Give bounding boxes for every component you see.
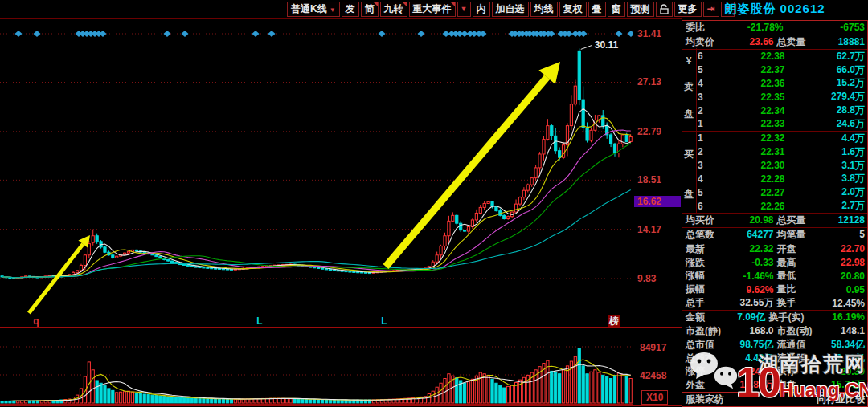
panel-row-均买价: 均买价20.98总买量12128 [682, 214, 867, 228]
toolbar-button-内[interactable]: 内 [473, 2, 490, 17]
volume-bar [329, 400, 331, 403]
candle-body [475, 213, 477, 219]
row-label-2: 换手(实) [769, 311, 805, 324]
toolbar-button-复权[interactable]: 复权 [559, 2, 587, 17]
event-diamond-icon[interactable] [268, 31, 276, 37]
volume-bar [167, 397, 170, 403]
candle-body [483, 203, 485, 207]
event-diamond-icon[interactable] [182, 31, 189, 37]
volume-bar [321, 400, 323, 403]
volume-bar [613, 376, 616, 403]
volume-bar [503, 388, 506, 403]
volume-bar [349, 400, 351, 403]
lock-open-icon[interactable] [656, 2, 673, 17]
row-label: 均卖价 [685, 35, 714, 49]
chart-marker-L[interactable]: L [381, 315, 387, 327]
highlighted-price-label: 16.62 [634, 196, 681, 207]
toolbar-button-普通K线[interactable]: 普通K线▼ [287, 2, 340, 17]
volume-bar [479, 372, 481, 403]
event-diamond-icon[interactable] [480, 31, 487, 37]
event-diamond-icon[interactable] [15, 31, 23, 37]
toolbar-button-发[interactable]: 发 [342, 2, 359, 17]
panel-row-总笔数: 总笔数64277均笔量5 [682, 228, 867, 242]
candle-body [321, 268, 323, 269]
event-diamond-icon[interactable] [566, 31, 573, 37]
candle-body [467, 226, 469, 231]
event-diamond-icon[interactable] [100, 31, 107, 37]
panel-row-涨停: 涨停24.92跌停20.39 [682, 364, 867, 378]
volume-bar [207, 399, 209, 403]
toolbar: 普通K线▼发简九转重大事件▼内加自选均线复权叠窗预测更多⇥▼ [0, 0, 682, 19]
toolbar-button-简[interactable]: 简 [361, 2, 379, 17]
candle-body [547, 126, 549, 140]
row-label: 1 [698, 118, 708, 129]
event-diamond-icon[interactable] [616, 31, 623, 37]
volume-bar [174, 397, 177, 403]
event-diamond-icon[interactable] [34, 31, 41, 37]
volume-bar [325, 400, 327, 403]
quote-row-3: 522.3766.0万 [682, 63, 867, 77]
volume-bar [182, 397, 185, 403]
volume-bar [317, 400, 320, 403]
row-value: 64277 [714, 229, 777, 240]
volume-bar [574, 356, 576, 403]
chevron-down-icon: ▼ [330, 6, 336, 14]
candle-body [167, 259, 170, 261]
event-diamond-icon[interactable] [379, 31, 386, 37]
candle-body [159, 257, 162, 258]
row-value-2: 148.1 [813, 325, 866, 336]
row-value: 23.66 [714, 36, 777, 47]
row-value-2: 2.61亿 [806, 352, 866, 365]
volume-bar [345, 400, 347, 403]
candle-body [460, 223, 462, 230]
volume-bar [285, 398, 288, 403]
event-diamond-icon[interactable] [580, 31, 588, 37]
toolbar-button-窗[interactable]: 窗 [608, 2, 625, 17]
row-value-2: 18881 [806, 36, 866, 47]
volume-bar [625, 376, 628, 403]
panel-row-服装家纺[interactable]: 服装家纺同行业比较 [682, 392, 867, 406]
quote-row-5: 322.35279.4万 [682, 90, 867, 104]
kline-chart[interactable]: 30.11qLL榜 [0, 20, 633, 328]
row-label: 振幅 [685, 283, 705, 296]
candle-body [194, 267, 197, 267]
volume-bar [617, 372, 620, 403]
row-value: 22.28 [708, 173, 788, 185]
row-label-2: 跌停 [777, 364, 796, 378]
chart-marker-L[interactable]: L [256, 315, 262, 327]
quote-panel: 委比-21.78%-6753均卖价23.66总卖量18881622.3862.7… [682, 20, 868, 407]
toolbar-button-▼[interactable]: ▼ [457, 2, 471, 17]
event-diamond-icon[interactable] [252, 31, 260, 37]
row-value-2: 4.4万 [788, 132, 866, 145]
row-value-2: 同行业比较 [796, 393, 866, 406]
row-value-2: 28.8万 [788, 104, 866, 117]
toolbar-button-重大事件[interactable]: 重大事件 [409, 2, 456, 17]
ma-line-5 [2, 108, 631, 277]
event-diamond-icon[interactable] [164, 31, 171, 37]
toolbar-button-均线[interactable]: 均线 [530, 2, 558, 17]
row-value-2: 20.80 [796, 271, 866, 282]
candle-body [203, 267, 205, 268]
volume-bar [456, 378, 458, 403]
chart-marker-榜[interactable]: 榜 [608, 315, 619, 327]
candle-body [479, 207, 481, 213]
chart-area[interactable]: 30.11qLL榜 31.4127.1322.7918.5114.179.831… [0, 19, 682, 407]
row-value-2: 0.95 [796, 284, 866, 295]
event-diamond-icon[interactable] [418, 31, 425, 37]
toolbar-button-叠[interactable]: 叠 [588, 2, 606, 17]
candle-body [487, 201, 489, 203]
toolbar-button-九转[interactable]: 九转 [380, 2, 407, 17]
row-label: 服装家纺 [685, 393, 724, 406]
row-value-2: 1.6万 [788, 145, 866, 159]
volume-chart[interactable] [0, 329, 633, 405]
volume-bar [226, 399, 228, 403]
toolbar-button-加自选[interactable]: 加自选 [492, 2, 529, 17]
volume-bar [333, 400, 335, 403]
volume-bar [108, 389, 110, 403]
candle-body [436, 255, 438, 262]
candle-body [186, 265, 189, 266]
chart-marker-q[interactable]: q [33, 315, 39, 327]
candle-body [555, 136, 557, 150]
volume-unit-badge[interactable]: X10 [641, 390, 668, 405]
toolbar-button-预测[interactable]: 预测 [627, 2, 654, 17]
